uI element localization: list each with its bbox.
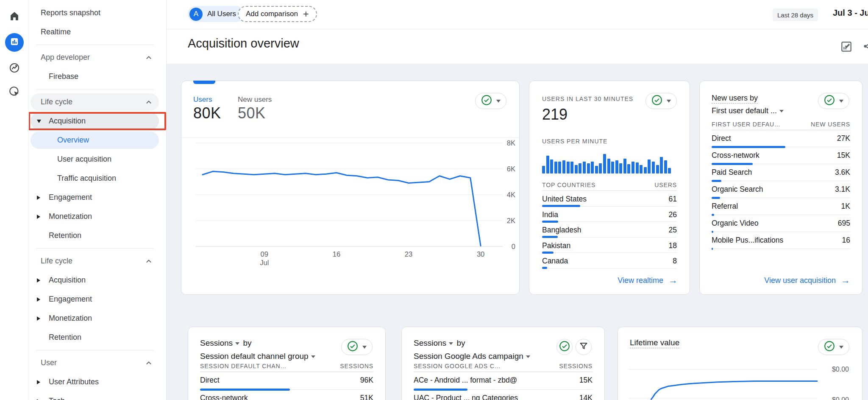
row-value: 14K xyxy=(579,394,593,400)
users-per-minute-label: USERS PER MINUTE xyxy=(542,138,607,145)
minute-bar xyxy=(640,165,643,173)
x-tick-label: 23 xyxy=(405,250,412,258)
card-quality-controls xyxy=(645,93,677,109)
new-users-card: New users by First user default ... FIRS… xyxy=(699,81,862,295)
campaign-table: ACe - Android ... format - zbd@15KUAC - … xyxy=(414,372,593,400)
row-bar xyxy=(200,389,290,391)
sidebar-item-reports-snapshot[interactable]: Reports snapshot xyxy=(29,3,166,22)
sidebar-item-retention[interactable]: Retention xyxy=(29,328,166,347)
y-tick-label: 4K xyxy=(507,191,515,199)
new-users-title: New users by xyxy=(712,94,758,103)
row-value: 25 xyxy=(669,226,677,235)
data-quality-badge[interactable] xyxy=(475,93,506,109)
explore-icon xyxy=(8,62,20,76)
annotation-highlight-box xyxy=(29,112,166,130)
sidebar-item-realtime[interactable]: Realtime xyxy=(29,22,166,42)
page-title: Acquisition overview xyxy=(188,36,299,50)
chevron-up-icon[interactable] xyxy=(145,98,153,106)
minute-bar xyxy=(550,159,553,173)
col-sessions: SESSIONS xyxy=(559,363,593,369)
share-button[interactable] xyxy=(862,40,868,54)
row-bar xyxy=(542,267,547,269)
row-label: Organic Search xyxy=(712,185,763,194)
date-range-picker[interactable]: Jul 3 - Jul 30, 20 xyxy=(833,8,868,18)
caret-down-icon xyxy=(667,100,671,103)
data-quality-badge[interactable] xyxy=(556,339,573,355)
users-trend-card: Users 80K New users 50K 8K6K4K2K009Jul16… xyxy=(181,81,520,295)
data-quality-badge[interactable] xyxy=(818,339,849,355)
dimension-dropdown[interactable]: Session Google Ads campaign xyxy=(414,352,531,361)
comparison-topbar: A All Users Add comparison + Last 28 day… xyxy=(167,0,868,29)
filter-button[interactable] xyxy=(576,339,592,355)
sidebar-item-acquisition[interactable]: Acquisition xyxy=(29,271,166,290)
chevron-up-icon[interactable] xyxy=(145,359,153,367)
realtime-card: USERS IN LAST 30 MINUTES 219 USERS PER M… xyxy=(529,81,690,295)
sidebar-item-engagement[interactable]: Engagement xyxy=(29,188,166,207)
row-value: 61 xyxy=(669,195,677,204)
all-users-chip[interactable]: A All Users xyxy=(188,6,245,22)
home-button[interactable] xyxy=(5,8,24,26)
x-tick-label: 30 xyxy=(477,250,484,258)
view-user-acquisition-link[interactable]: View user acquisition → xyxy=(764,275,850,286)
data-quality-badge[interactable] xyxy=(341,339,373,355)
sessions-channel-card: Sessions by Session default channel grou… xyxy=(188,327,386,400)
advertising-button[interactable] xyxy=(5,83,24,102)
nav-label: Retention xyxy=(29,333,81,342)
table-row: Bangladesh25 xyxy=(542,222,677,238)
sidebar-item-firebase[interactable]: Firebase xyxy=(29,67,166,86)
y-tick-label: 8K xyxy=(507,139,515,147)
minute-bar xyxy=(570,162,573,173)
sidebar-item-engagement[interactable]: Engagement xyxy=(29,290,166,309)
minute-bar xyxy=(644,167,647,173)
by-label: by xyxy=(456,338,465,347)
tab-users[interactable]: Users xyxy=(193,95,212,104)
tab-new-users[interactable]: New users xyxy=(238,95,272,104)
by-label: by xyxy=(243,338,251,347)
sidebar-item-user-acquisition[interactable]: User acquisition xyxy=(29,150,166,169)
sidebar-item-retention[interactable]: Retention xyxy=(29,226,166,245)
nav-label: Realtime xyxy=(29,28,71,36)
sidebar-item-user-attributes[interactable]: User Attributes xyxy=(29,372,166,392)
new-users-table: Direct27KCross-network15KPaid Search3.6K… xyxy=(712,130,850,249)
chevron-up-icon[interactable] xyxy=(145,54,153,62)
table-row: United States61 xyxy=(542,191,677,207)
reports-button[interactable] xyxy=(5,33,24,52)
sessions-campaign-card: Sessions by Session Google Ads campaign … xyxy=(401,327,605,400)
row-bar xyxy=(712,248,713,250)
metric-dropdown[interactable]: Sessions xyxy=(414,338,454,347)
caret-down-icon xyxy=(839,346,843,349)
sidebar-item-monetization[interactable]: Monetization xyxy=(29,309,166,328)
chevron-up-icon[interactable] xyxy=(145,257,153,265)
minute-bar xyxy=(591,162,594,173)
sidebar-item-traffic-acquisition[interactable]: Traffic acquisition xyxy=(29,169,166,188)
row-label: Cross-network xyxy=(712,151,760,160)
nav-label: Firebase xyxy=(29,72,78,81)
view-realtime-label: View realtime xyxy=(618,276,663,285)
x-tick-sublabel: Jul xyxy=(260,259,269,266)
row-value: 96K xyxy=(360,376,373,385)
sidebar-item-monetization[interactable]: Monetization xyxy=(29,207,166,226)
dimension-dropdown[interactable]: Session default channel group xyxy=(200,352,317,361)
metric-label: New users by xyxy=(712,94,758,103)
view-realtime-link[interactable]: View realtime → xyxy=(618,275,678,286)
sidebar-item-overview[interactable]: Overview xyxy=(29,131,166,150)
table-row: Cross-network51K xyxy=(200,390,373,400)
sidebar-item-acquisition[interactable]: Acquisition xyxy=(29,112,166,131)
nav-section-life-cycle[interactable]: Life cycle xyxy=(29,252,166,271)
nav-section-life-cycle[interactable]: Life cycle xyxy=(29,92,166,112)
sidebar-item-tech[interactable]: Tech xyxy=(29,392,166,400)
add-comparison-button[interactable]: Add comparison + xyxy=(238,6,317,22)
data-quality-badge[interactable] xyxy=(818,93,849,109)
nav-section-user[interactable]: User xyxy=(29,353,166,372)
table-row: Direct96K xyxy=(200,372,373,390)
nav-section-app-developer[interactable]: App developer xyxy=(29,48,166,67)
view-user-acquisition-label: View user acquisition xyxy=(764,276,836,285)
home-icon xyxy=(9,11,20,23)
countries-table: United States61India26Bangladesh25Pakist… xyxy=(542,191,677,269)
dimension-dropdown[interactable]: First user default ... xyxy=(712,106,785,115)
customize-report-button[interactable] xyxy=(840,40,853,55)
metric-dropdown[interactable]: Sessions xyxy=(200,338,241,347)
data-quality-badge[interactable] xyxy=(645,93,677,109)
nav-label: Acquisition xyxy=(29,276,86,285)
explore-button[interactable] xyxy=(5,59,24,78)
